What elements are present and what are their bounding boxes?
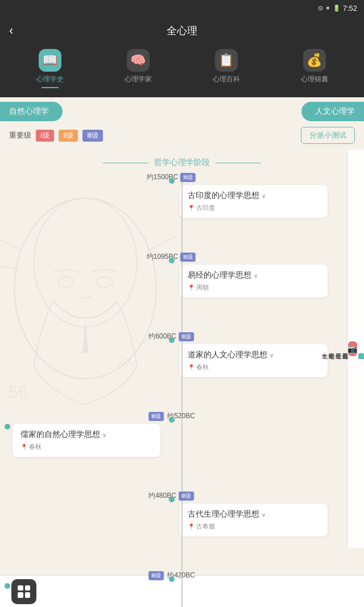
- left-dot-3: [5, 424, 10, 430]
- tab-collection-label: 心理锦囊: [301, 75, 328, 84]
- tab-history-underline: [42, 87, 59, 88]
- card-subtitle-1: 📍 周朝: [188, 283, 320, 292]
- tab-psychologist-icon: 🧠: [127, 49, 150, 72]
- badge-level-1[interactable]: Ⅰ级: [36, 130, 54, 142]
- filter-row: 重要级 Ⅰ级 Ⅱ级 Ⅲ级 分派小测试: [0, 121, 364, 150]
- scrollbar-item-0[interactable]: 公元前十六至前十二世纪: [357, 345, 364, 352]
- card-subtitle-4: 📍 古希腊: [188, 522, 320, 531]
- tab-psychologist[interactable]: 🧠 心理学家: [94, 46, 182, 92]
- card-2[interactable]: 道家的人文心理学思想 ∨ 📍 春秋: [180, 344, 328, 377]
- grid-menu-button[interactable]: [11, 579, 36, 604]
- card-1[interactable]: 易经的心理学思想 ∨ 📍 周朝: [180, 265, 328, 298]
- badge-level-3[interactable]: Ⅲ级: [82, 130, 103, 142]
- chevron-icon-0: ∨: [262, 193, 266, 199]
- timeline-center-line: [181, 172, 183, 607]
- back-button[interactable]: ‹: [9, 23, 13, 38]
- wifi-icon: ⊙: [318, 5, 323, 12]
- chevron-icon-3: ∨: [102, 432, 106, 438]
- sub-nav-humanities[interactable]: 人文心理学: [301, 102, 364, 121]
- sub-nav-natural[interactable]: 自然心理学: [0, 102, 63, 121]
- sub-nav: 自然心理学 人文心理学: [0, 97, 364, 121]
- chevron-icon-1: ∨: [254, 272, 258, 279]
- dot-2: [169, 337, 175, 343]
- card-title-1: 易经的心理学思想 ∨: [188, 270, 320, 280]
- tab-collection-icon: 💰: [303, 49, 326, 72]
- dot-3: [169, 417, 175, 423]
- section-header-text: 哲学心理学阶段: [154, 158, 210, 168]
- test-button[interactable]: 分派小测试: [301, 127, 355, 144]
- tab-psychologist-label: 心理学家: [125, 75, 152, 84]
- tab-history-icon: 📖: [39, 49, 61, 72]
- card-3[interactable]: 儒家的自然心理学思想 ∨ 📍 春秋: [13, 424, 160, 457]
- bluetooth-icon: ✴: [325, 5, 330, 12]
- right-scrollbar: 公元前十六至前十二世纪 📷 公元前六至公元五世纪 五至十七世纪 十七至十九世纪中…: [347, 150, 364, 548]
- badge-4: Ⅲ级: [179, 492, 194, 501]
- grid-icon: [18, 585, 30, 598]
- card-subtitle-3: 📍 春秋: [20, 443, 152, 451]
- badge-1: Ⅲ级: [180, 253, 196, 262]
- location-icon-1: 📍: [188, 284, 195, 291]
- timeline-entry-2: 约600BC Ⅲ级 道家的人文心理学思想 ∨ 📍 春秋: [0, 332, 344, 383]
- app-title: 全心理: [167, 24, 197, 38]
- camera-icon[interactable]: 📷: [348, 341, 357, 356]
- badge-3-badge: Ⅲ级: [148, 412, 164, 421]
- scrollbar-item-3[interactable]: 十七至十九世纪中叶: [328, 345, 334, 352]
- status-bar: ⊙ ✴ 🔋 7:52: [0, 0, 364, 16]
- status-time: 7:52: [343, 4, 357, 13]
- scrollbar-item-4[interactable]: 十九世: [321, 345, 328, 352]
- timeline: 约1500BC Ⅲ级 古印度的心理学思想 ∨ 📍 古印度 约1095BC Ⅲ级: [0, 172, 364, 607]
- location-icon-3: 📍: [20, 444, 27, 450]
- timeline-entry-3: Ⅲ级 约520BC 儒家的自然心理学思想 ∨ 📍 春秋: [0, 411, 344, 463]
- card-title-3: 儒家的自然心理学思想 ∨: [20, 430, 152, 440]
- card-title-4: 古代生理心理学思想 ∨: [188, 509, 320, 519]
- location-icon-4: 📍: [188, 523, 195, 530]
- chevron-icon-2: ∨: [270, 352, 274, 358]
- badge-0: Ⅲ级: [180, 173, 196, 182]
- timeline-entry-4: 约480BC Ⅲ级 古代生理心理学思想 ∨ 📍 古希腊: [0, 491, 344, 542]
- tab-encyclopedia-icon: 📋: [215, 49, 238, 72]
- dot-0: [169, 178, 175, 184]
- card-4[interactable]: 古代生理心理学思想 ∨ 📍 古希腊: [180, 503, 328, 536]
- card-subtitle-2: 📍 春秋: [188, 363, 320, 371]
- card-title-0: 古印度的心理学思想 ∨: [188, 191, 320, 201]
- tab-history-label: 心理学史: [36, 75, 64, 84]
- location-icon-0: 📍: [188, 205, 195, 211]
- main-tab-bar: 📖 心理学史 🧠 心理学家 📋 心理百科 💰 心理锦囊: [0, 46, 364, 97]
- filter-left: 重要级 Ⅰ级 Ⅱ级 Ⅲ级: [9, 130, 103, 142]
- card-subtitle-0: 📍 古印度: [188, 204, 320, 212]
- timeline-entry-1: 约1095BC Ⅲ级 易经的心理学思想 ∨ 📍 周朝: [0, 252, 344, 303]
- badge-5-badge: Ⅲ级: [148, 571, 164, 580]
- timeline-entry-0: 约1500BC Ⅲ级 古印度的心理学思想 ∨ 📍 古印度: [0, 172, 344, 224]
- chevron-icon-4: ∨: [262, 511, 266, 518]
- location-icon-2: 📍: [188, 364, 195, 370]
- dot-4: [169, 497, 175, 502]
- battery-icon: 🔋: [333, 5, 341, 12]
- tab-collection[interactable]: 💰 心理锦囊: [270, 46, 358, 92]
- filter-label: 重要级: [9, 130, 31, 141]
- scrollbar-item-2[interactable]: 五至十七世纪: [334, 345, 341, 352]
- scrollbar-item-1[interactable]: 公元前六至公元五世纪: [341, 345, 348, 352]
- card-title-2: 道家的人文心理学思想 ∨: [188, 350, 320, 360]
- left-dot-5: [5, 583, 10, 589]
- tab-encyclopedia[interactable]: 📋 心理百科: [182, 46, 270, 92]
- section-header: 哲学心理学阶段: [0, 150, 364, 172]
- tab-history[interactable]: 📖 心理学史: [6, 46, 94, 92]
- header: ‹ 全心理: [0, 16, 364, 46]
- main-content: 56 2x 哲学心理学阶段 约1500BC Ⅲ级 古印度的心理学思想 ∨: [0, 150, 364, 607]
- dot-5: [169, 576, 175, 582]
- dot-1: [169, 258, 175, 263]
- card-0[interactable]: 古印度的心理学思想 ∨ 📍 古印度: [180, 185, 328, 218]
- tab-encyclopedia-label: 心理百科: [213, 75, 240, 84]
- badge-2: Ⅲ级: [179, 332, 194, 341]
- status-icons: ⊙ ✴ 🔋 7:52: [318, 4, 357, 13]
- badge-level-2[interactable]: Ⅱ级: [59, 130, 78, 142]
